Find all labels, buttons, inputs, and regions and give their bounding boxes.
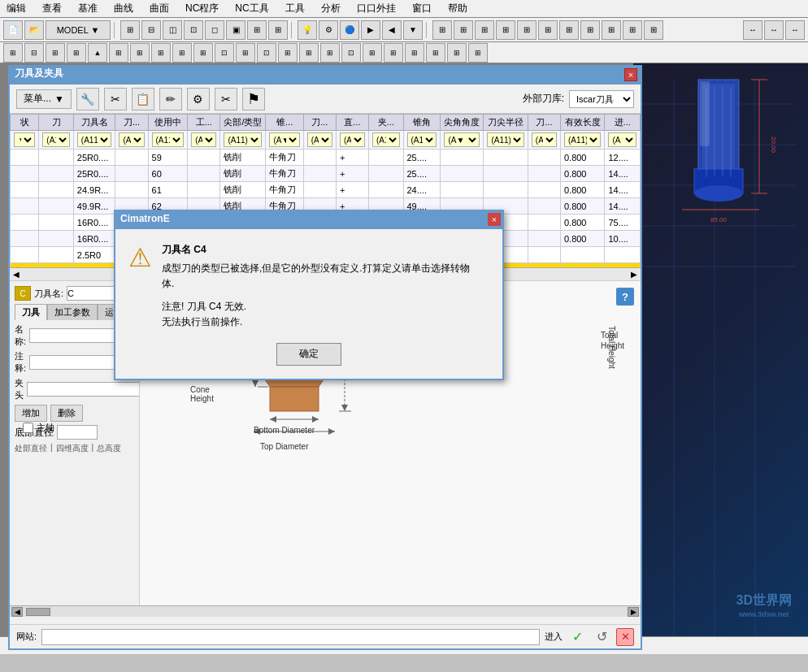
tool-dialog-close-btn[interactable]: × xyxy=(624,68,637,81)
tool-add-icon[interactable]: 🔧 xyxy=(76,88,99,111)
tb2-b1[interactable]: ⊞ xyxy=(3,43,23,63)
tool-name-input[interactable] xyxy=(67,286,115,301)
tb2-b22[interactable]: ⊞ xyxy=(447,43,467,63)
tb2-b5[interactable]: ▲ xyxy=(88,43,107,63)
ok-button[interactable]: 确定 xyxy=(276,343,341,366)
tb-d5[interactable]: ⊞ xyxy=(517,20,536,40)
ok-green-icon[interactable]: ✓ xyxy=(567,627,587,647)
tb2-b9[interactable]: ⊞ xyxy=(172,43,192,63)
cancel-red-icon[interactable]: ✕ xyxy=(616,628,634,646)
tb-b2[interactable]: ⊟ xyxy=(141,20,161,40)
tb2-b12[interactable]: ⊞ xyxy=(236,43,255,63)
menu-analysis[interactable]: 分析 xyxy=(318,0,344,17)
menu-help[interactable]: 帮助 xyxy=(445,0,471,17)
hscroll-left[interactable]: ◀ xyxy=(11,607,23,617)
filter-taper[interactable]: (A▼ xyxy=(269,132,299,147)
menu-plugin[interactable]: 口口外挂 xyxy=(354,0,399,17)
filter-num[interactable]: (A11) xyxy=(42,132,70,147)
menu-nctool[interactable]: NC工具 xyxy=(232,0,272,17)
menu-view[interactable]: 查看 xyxy=(39,0,65,17)
filter-t[interactable]: (A▼ xyxy=(307,132,332,147)
tb-d3[interactable]: ⊞ xyxy=(475,20,494,40)
tb-c2[interactable]: ⚙ xyxy=(319,20,338,40)
tb2-b10[interactable]: ⊞ xyxy=(193,43,213,63)
help-icon[interactable]: ? xyxy=(616,288,634,306)
tb2-b14[interactable]: ⊞ xyxy=(278,43,298,63)
tb2-b6[interactable]: ⊞ xyxy=(109,43,128,63)
tb2-b18[interactable]: ⊞ xyxy=(363,43,382,63)
tb-d6[interactable]: ⊞ xyxy=(538,20,558,40)
menu-base[interactable]: 基准 xyxy=(75,0,101,17)
tb-b8[interactable]: ⊞ xyxy=(268,20,288,40)
tb-d8[interactable]: ⊞ xyxy=(580,20,600,40)
filter-status[interactable]: ▼ xyxy=(14,132,35,147)
tb2-b16[interactable]: ⊞ xyxy=(320,43,340,63)
tool-copy-icon[interactable]: 📋 xyxy=(132,88,154,111)
tb-e1[interactable]: ↔ xyxy=(743,20,762,40)
table-row[interactable]: 25R0....60铣削牛角刀+25....0.80014.... xyxy=(11,166,641,182)
tb2-b15[interactable]: ⊞ xyxy=(299,43,319,63)
table-row[interactable]: 25R0....59铣削牛角刀+25....0.80012.... xyxy=(11,150,641,166)
tool-settings-icon[interactable]: ⚙ xyxy=(187,88,210,111)
tab-machining[interactable]: 加工参数 xyxy=(47,304,98,320)
filter-t2[interactable]: (A▼ xyxy=(532,132,557,147)
menu-edit[interactable]: 编辑 xyxy=(3,0,29,17)
filter-diam[interactable]: (A▼ xyxy=(340,132,365,147)
tb-d2[interactable]: ⊞ xyxy=(454,20,473,40)
filter-tipangle[interactable]: (A▼ xyxy=(444,132,480,147)
tb2-b4[interactable]: ⊞ xyxy=(67,43,86,63)
tb-c6[interactable]: ▼ xyxy=(403,20,423,40)
filter-efflen[interactable]: (A11) xyxy=(564,132,601,147)
tb2-b8[interactable]: ⊞ xyxy=(151,43,171,63)
hscroll-thumb[interactable] xyxy=(26,608,50,616)
tb2-b17[interactable]: ⊡ xyxy=(341,43,361,63)
tb-e3[interactable]: ↔ xyxy=(785,20,805,40)
tb-d11[interactable]: ⊞ xyxy=(644,20,663,40)
tb-open[interactable]: 📂 xyxy=(24,20,44,40)
filter-work[interactable]: (A▼ xyxy=(191,132,216,147)
filter-tip[interactable]: (A11) xyxy=(224,132,262,147)
table-row[interactable]: 24.9R...61铣削牛角刀+24....0.80014.... xyxy=(11,182,641,198)
tb2-b3[interactable]: ⊞ xyxy=(46,43,65,63)
ext-library-select[interactable]: Iscar刀具 xyxy=(569,90,634,108)
tb2-b21[interactable]: ⊞ xyxy=(426,43,445,63)
menu-window[interactable]: 窗口 xyxy=(409,0,435,17)
menu-surface[interactable]: 曲面 xyxy=(146,0,172,17)
menu-curve[interactable]: 曲线 xyxy=(111,0,137,17)
filter-taper2[interactable]: (A11) xyxy=(407,132,437,147)
tb-d1[interactable]: ⊞ xyxy=(432,20,452,40)
tb-b4[interactable]: ⊡ xyxy=(184,20,203,40)
hscroll-right[interactable]: ▶ xyxy=(628,607,639,617)
tb2-b2[interactable]: ⊟ xyxy=(24,43,44,63)
tb-b5[interactable]: ◻ xyxy=(205,20,224,40)
website-input[interactable] xyxy=(41,629,540,645)
tab-tool[interactable]: 刀具 xyxy=(15,304,47,320)
tool-scissors-icon[interactable]: ✂ xyxy=(215,88,237,111)
tb2-b7[interactable]: ⊞ xyxy=(130,43,150,63)
menu-dropdown-btn[interactable]: 菜单... ▼ xyxy=(16,89,72,109)
tb-d9[interactable]: ⊞ xyxy=(602,20,621,40)
refresh-icon[interactable]: ↺ xyxy=(592,627,611,647)
tool-edit-icon[interactable]: ✏ xyxy=(159,88,182,111)
tb-c3[interactable]: 🔵 xyxy=(340,20,359,40)
tb-b3[interactable]: ◫ xyxy=(163,20,182,40)
filter-clamp[interactable]: (A11) xyxy=(372,132,400,147)
tb-b1[interactable]: ⊞ xyxy=(120,20,140,40)
tb-d10[interactable]: ⊞ xyxy=(623,20,642,40)
tb2-b20[interactable]: ⊞ xyxy=(405,43,424,63)
tb-model[interactable]: MODEL ▼ xyxy=(46,20,111,40)
tb-c1[interactable]: 💡 xyxy=(298,20,317,40)
tb-b7[interactable]: ⊞ xyxy=(247,20,267,40)
tb-c4[interactable]: ▶ xyxy=(361,20,380,40)
tb-b6[interactable]: ▣ xyxy=(226,20,245,40)
spindle-checkbox[interactable] xyxy=(23,423,33,433)
tool-delete-icon[interactable]: ✂ xyxy=(104,88,127,111)
filter-name[interactable]: (A11) xyxy=(77,132,112,147)
chuck-input[interactable] xyxy=(27,382,140,397)
hscroll-bar[interactable]: ◀ ▶ xyxy=(10,605,641,617)
filter-inuse[interactable]: (A11) xyxy=(152,132,185,147)
menu-tools[interactable]: 工具 xyxy=(282,0,308,17)
tb-d4[interactable]: ⊞ xyxy=(496,20,515,40)
tb2-b11[interactable]: ⊡ xyxy=(215,43,234,63)
tb-new[interactable]: 📄 xyxy=(3,20,23,40)
